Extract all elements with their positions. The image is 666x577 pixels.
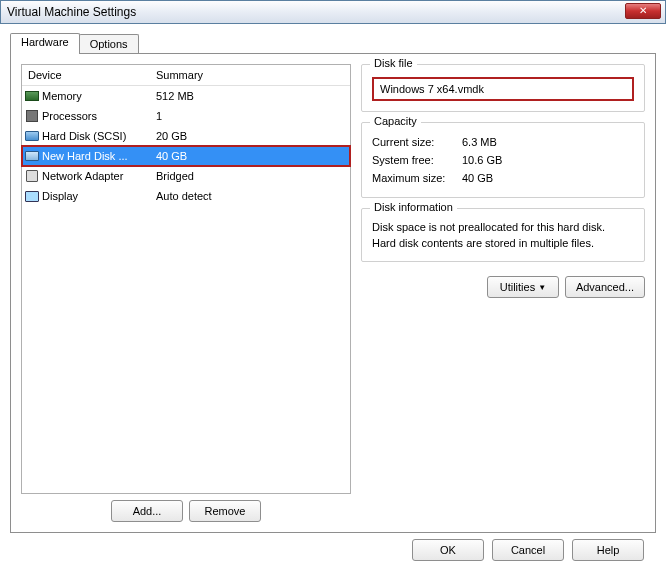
chevron-down-icon: ▼: [538, 283, 546, 292]
group-title-disk-info: Disk information: [370, 201, 457, 213]
device-row-processors[interactable]: Processors 1: [22, 106, 350, 126]
disk-icon: [25, 131, 39, 141]
ok-button[interactable]: OK: [412, 539, 484, 561]
remove-button[interactable]: Remove: [189, 500, 261, 522]
value-system-free: 10.6 GB: [462, 151, 502, 169]
group-capacity: Capacity Current size:6.3 MB System free…: [361, 122, 645, 198]
memory-icon: [25, 91, 39, 101]
device-row-network-adapter[interactable]: Network Adapter Bridged: [22, 166, 350, 186]
group-disk-information: Disk information Disk space is not preal…: [361, 208, 645, 262]
tab-pane-hardware: Device Summary Memory 512 MB Processors …: [10, 53, 656, 533]
window-title: Virtual Machine Settings: [7, 5, 136, 19]
help-button[interactable]: Help: [572, 539, 644, 561]
group-title-disk-file: Disk file: [370, 57, 417, 69]
close-icon: ✕: [639, 6, 647, 16]
tab-row: Hardware Options: [10, 32, 656, 53]
dialog-footer: OK Cancel Help: [10, 533, 656, 561]
column-header-device[interactable]: Device: [22, 69, 152, 81]
device-list-header: Device Summary: [22, 65, 350, 86]
label-system-free: System free:: [372, 151, 462, 169]
disk-info-line1: Disk space is not preallocated for this …: [372, 219, 634, 235]
tab-hardware[interactable]: Hardware: [10, 33, 80, 54]
display-icon: [25, 191, 39, 202]
group-disk-file: Disk file Windows 7 x64.vmdk: [361, 64, 645, 112]
column-header-summary[interactable]: Summary: [152, 69, 350, 81]
device-list: Device Summary Memory 512 MB Processors …: [21, 64, 351, 494]
label-current-size: Current size:: [372, 133, 462, 151]
cpu-icon: [26, 110, 38, 122]
disk-file-value: Windows 7 x64.vmdk: [372, 77, 634, 101]
close-button[interactable]: ✕: [625, 3, 661, 19]
network-icon: [26, 170, 38, 182]
disk-info-line2: Hard disk contents are stored in multipl…: [372, 235, 634, 251]
disk-icon: [25, 151, 39, 161]
tab-options[interactable]: Options: [79, 34, 139, 53]
device-row-hard-disk-scsi[interactable]: Hard Disk (SCSI) 20 GB: [22, 126, 350, 146]
content-area: Hardware Options Device Summary Memory 5…: [0, 24, 666, 567]
label-maximum-size: Maximum size:: [372, 169, 462, 187]
cancel-button[interactable]: Cancel: [492, 539, 564, 561]
device-row-display[interactable]: Display Auto detect: [22, 186, 350, 206]
group-title-capacity: Capacity: [370, 115, 421, 127]
advanced-button[interactable]: Advanced...: [565, 276, 645, 298]
utilities-button[interactable]: Utilities▼: [487, 276, 559, 298]
device-row-new-hard-disk[interactable]: New Hard Disk ... 40 GB: [22, 146, 350, 166]
titlebar: Virtual Machine Settings ✕: [0, 0, 666, 24]
device-row-memory[interactable]: Memory 512 MB: [22, 86, 350, 106]
value-maximum-size: 40 GB: [462, 169, 493, 187]
value-current-size: 6.3 MB: [462, 133, 497, 151]
add-button[interactable]: Add...: [111, 500, 183, 522]
